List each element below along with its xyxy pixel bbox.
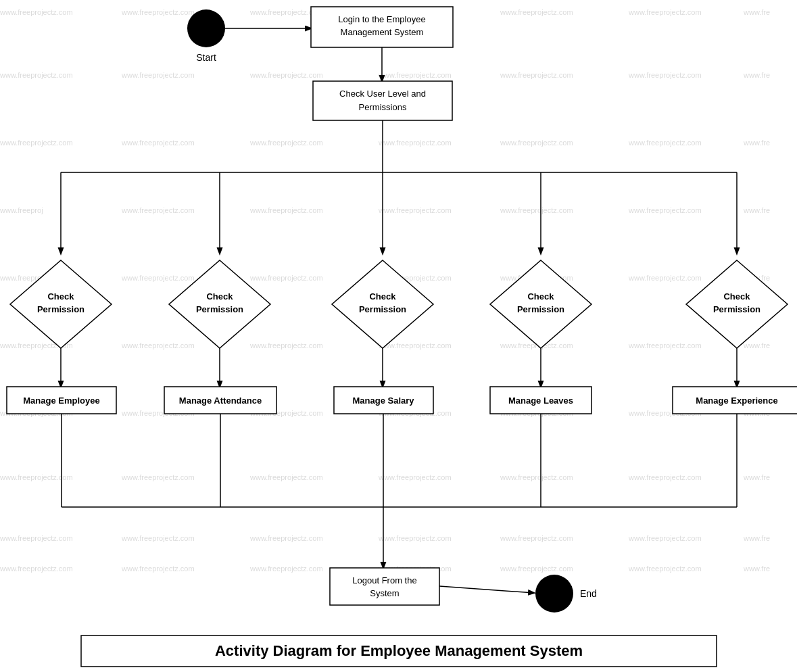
svg-text:Start: Start xyxy=(196,52,216,63)
svg-text:Check: Check xyxy=(47,291,74,302)
svg-text:Permission: Permission xyxy=(196,304,243,314)
svg-text:Activity Diagram for Employee : Activity Diagram for Employee Management… xyxy=(215,642,583,659)
svg-text:Manage Salary: Manage Salary xyxy=(352,395,414,406)
svg-text:Logout From the: Logout From the xyxy=(352,575,416,585)
svg-text:Login to the Employee: Login to the Employee xyxy=(338,14,425,24)
svg-text:Check User Level and: Check User Level and xyxy=(339,89,426,99)
svg-text:System: System xyxy=(370,588,399,598)
svg-text:Check: Check xyxy=(369,291,396,302)
svg-point-0 xyxy=(187,9,225,47)
svg-point-58 xyxy=(535,575,573,613)
svg-rect-54 xyxy=(330,568,439,605)
svg-text:Permissions: Permissions xyxy=(359,102,407,112)
svg-text:Check: Check xyxy=(527,291,554,302)
svg-text:Permission: Permission xyxy=(713,304,760,314)
svg-rect-7 xyxy=(313,81,452,120)
svg-text:Management System: Management System xyxy=(341,27,424,37)
svg-line-57 xyxy=(439,586,534,593)
svg-text:Check: Check xyxy=(723,291,750,302)
svg-text:Check: Check xyxy=(206,291,233,302)
diagram-container: www.freeprojectz.com www.freeprojectz.co… xyxy=(0,0,797,672)
flowchart-svg: Start Login to the Employee Management S… xyxy=(0,0,797,672)
svg-text:Manage Leaves: Manage Leaves xyxy=(508,395,573,406)
svg-text:Manage Experience: Manage Experience xyxy=(696,395,777,406)
svg-text:Permission: Permission xyxy=(517,304,564,314)
svg-text:Permission: Permission xyxy=(359,304,406,314)
svg-text:End: End xyxy=(580,588,597,599)
svg-text:Manage Attendance: Manage Attendance xyxy=(179,395,262,406)
svg-text:Manage Employee: Manage Employee xyxy=(23,395,99,406)
svg-text:Permission: Permission xyxy=(37,304,84,314)
